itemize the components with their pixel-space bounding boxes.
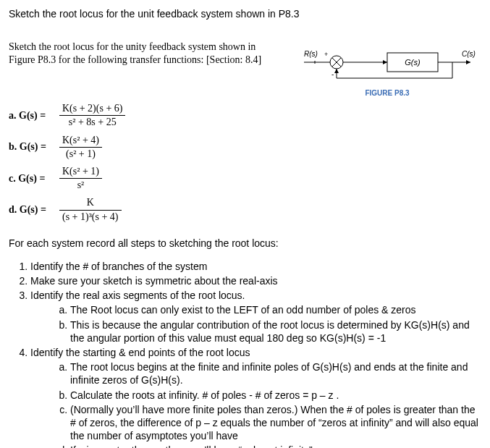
step-4c: (Normally you’ll have more finite poles … bbox=[70, 403, 481, 443]
tf-numerator: K(s² + 1) bbox=[59, 165, 102, 179]
tf-numerator: K(s + 2)(s + 6) bbox=[59, 102, 125, 116]
tf-fraction: K(s² + 4) (s² + 1) bbox=[59, 134, 102, 161]
page-title: Sketch the root locus for the unit feedb… bbox=[9, 7, 481, 20]
tf-fraction: K(s² + 1) s² bbox=[59, 165, 102, 192]
steps-list: Identify the # of branches of the system… bbox=[9, 260, 481, 448]
step-4-text: Identify the starting & end points of th… bbox=[30, 347, 250, 358]
block-diagram: + G(s) - R(s) C(s) bbox=[297, 41, 478, 84]
figure-p8-3: + G(s) - R(s) C(s) FIGURE P8.3 bbox=[293, 41, 481, 98]
step-3b: This is because the angular contribution… bbox=[70, 318, 481, 345]
step-3-text: Identify the real axis segments of the r… bbox=[30, 289, 245, 301]
intro-text: Sketch the root locus for the unity feed… bbox=[9, 41, 269, 67]
step-4d: If z is greater than p, then you’ll have… bbox=[70, 444, 481, 448]
g-block-label: G(s) bbox=[405, 58, 421, 67]
svg-marker-14 bbox=[334, 69, 339, 73]
tf-fraction: K(s + 2)(s + 6) s² + 8s + 25 bbox=[59, 102, 125, 129]
tf-denominator: (s² + 1) bbox=[59, 148, 102, 161]
top-block: Sketch the root locus for the unity feed… bbox=[9, 41, 481, 98]
step-4-sub: The root locus begins at the finite and … bbox=[30, 360, 481, 448]
tf-item-d: d. G(s) = K (s + 1)³(s + 4) bbox=[9, 196, 481, 223]
step-4a: The root locus begins at the finite and … bbox=[70, 360, 481, 386]
step-3-sub: The Root locus can only exist to the LEF… bbox=[30, 303, 481, 345]
step-3a: The Root locus can only exist to the LEF… bbox=[70, 303, 481, 316]
svg-text:-: - bbox=[331, 70, 334, 78]
tf-item-a: a. G(s) = K(s + 2)(s + 6) s² + 8s + 25 bbox=[9, 102, 481, 129]
tf-fraction: K (s + 1)³(s + 4) bbox=[59, 196, 122, 223]
step-3: Identify the real axis segments of the r… bbox=[30, 289, 481, 345]
tf-label: a. G(s) = bbox=[9, 109, 59, 122]
r-label: R(s) bbox=[304, 50, 318, 58]
step-4: Identify the starting & end points of th… bbox=[30, 346, 481, 448]
tf-denominator: (s + 1)³(s + 4) bbox=[59, 211, 122, 224]
step-2: Make sure your sketch is symmetric about… bbox=[30, 274, 481, 287]
c-label: C(s) bbox=[462, 50, 476, 58]
figure-caption: FIGURE P8.3 bbox=[293, 88, 481, 98]
transfer-function-list: a. G(s) = K(s + 2)(s + 6) s² + 8s + 25 b… bbox=[9, 102, 481, 224]
tf-numerator: K bbox=[59, 196, 122, 210]
step-1: Identify the # of branches of the system bbox=[30, 260, 481, 273]
tf-label: b. G(s) = bbox=[9, 140, 59, 153]
lead-text: For each system record all steps to sket… bbox=[9, 237, 481, 250]
tf-denominator: s² bbox=[59, 179, 102, 192]
step-4b: Calculate the roots at infinity. # of po… bbox=[70, 389, 481, 402]
tf-numerator: K(s² + 4) bbox=[59, 134, 102, 148]
tf-label: c. G(s) = bbox=[9, 172, 59, 185]
svg-marker-10 bbox=[466, 60, 470, 64]
svg-marker-7 bbox=[383, 60, 387, 64]
tf-denominator: s² + 8s + 25 bbox=[59, 116, 125, 129]
tf-item-c: c. G(s) = K(s² + 1) s² bbox=[9, 165, 481, 192]
tf-item-b: b. G(s) = K(s² + 4) (s² + 1) bbox=[9, 134, 481, 161]
svg-text:+: + bbox=[324, 51, 328, 58]
tf-label: d. G(s) = bbox=[9, 203, 59, 216]
